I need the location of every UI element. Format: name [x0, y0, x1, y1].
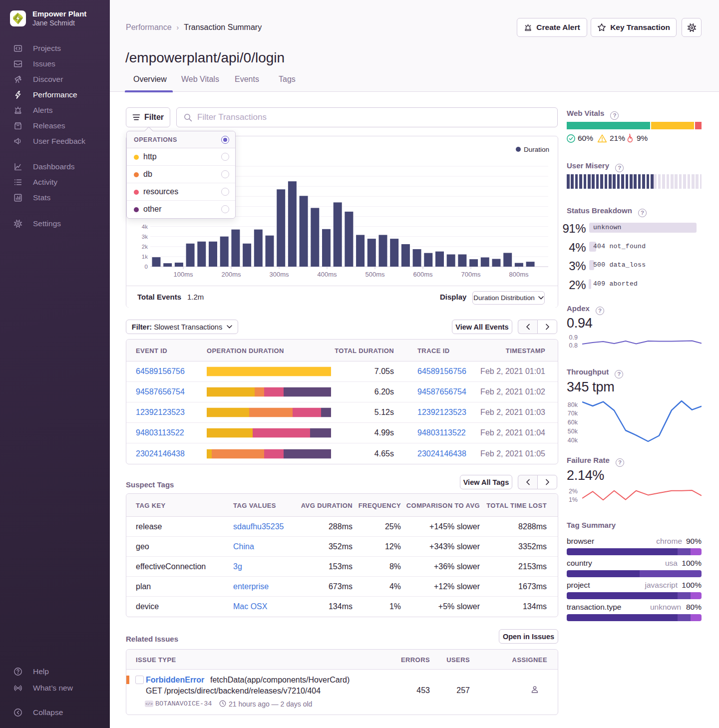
svg-text:800ms: 800ms: [509, 271, 529, 278]
svg-text:100ms: 100ms: [173, 271, 193, 278]
svg-text:700ms: 700ms: [461, 271, 481, 278]
svg-text:300ms: 300ms: [269, 271, 289, 278]
svg-text:2k: 2k: [142, 244, 148, 250]
svg-text:Duration: Duration: [524, 146, 549, 153]
svg-text:600ms: 600ms: [413, 271, 433, 278]
svg-text:1k: 1k: [142, 254, 148, 260]
svg-text:500ms: 500ms: [365, 271, 385, 278]
svg-text:400ms: 400ms: [317, 271, 337, 278]
svg-text:200ms: 200ms: [221, 271, 241, 278]
svg-text:3k: 3k: [142, 234, 148, 240]
svg-text:4k: 4k: [142, 224, 148, 230]
svg-text:0: 0: [145, 264, 148, 270]
